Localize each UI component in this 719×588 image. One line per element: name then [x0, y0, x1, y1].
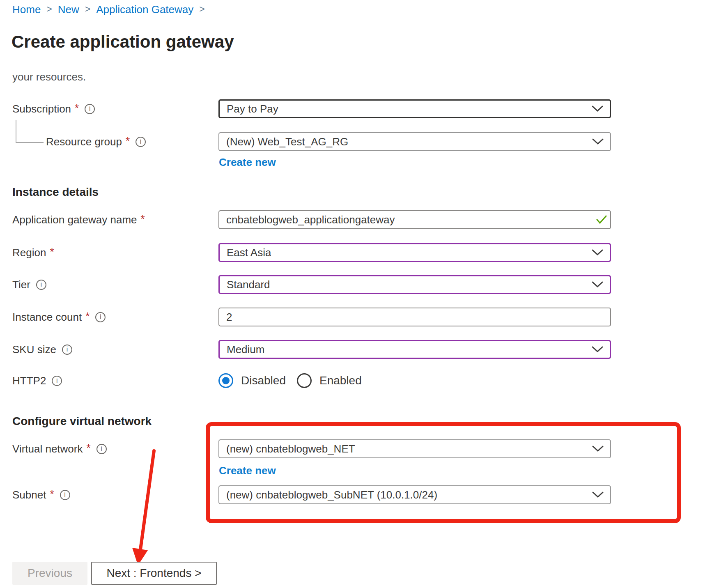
instance-details-heading: Instance details: [12, 186, 99, 199]
app-gateway-name-label-text: Application gateway name: [12, 214, 137, 226]
subnet-dropdown[interactable]: (new) cnbateblogweb_SubNET (10.0.1.0/24): [218, 485, 611, 504]
page-title: Create application gateway: [11, 32, 234, 52]
sku-size-label-text: SKU size: [12, 343, 56, 356]
info-icon[interactable]: i: [52, 376, 62, 386]
next-frontends-button[interactable]: Next : Frontends >: [91, 562, 217, 585]
tier-label-text: Tier: [12, 278, 30, 291]
resource-group-dropdown[interactable]: (New) Web_Test_AG_RG: [218, 132, 611, 151]
virtual-network-label: Virtual network * i: [12, 439, 107, 458]
breadcrumb-separator-icon: >: [46, 4, 52, 15]
info-icon[interactable]: i: [36, 280, 46, 290]
annotation-rectangle: [206, 422, 681, 523]
info-icon[interactable]: i: [62, 345, 72, 355]
required-asterisk: *: [87, 442, 91, 455]
breadcrumb-new[interactable]: New: [58, 3, 79, 16]
subscription-value: Pay to Pay: [227, 103, 278, 115]
required-asterisk: *: [126, 135, 130, 147]
subnet-label-text: Subnet: [12, 489, 46, 501]
http2-enabled-label: Enabled: [319, 374, 362, 387]
create-new-virtual-network-link[interactable]: Create new: [219, 464, 276, 477]
required-asterisk: *: [50, 246, 54, 258]
subscription-label: Subscription * i: [12, 99, 95, 118]
required-asterisk: *: [75, 102, 79, 115]
breadcrumb: Home > New > Application Gateway >: [12, 3, 205, 16]
required-asterisk: *: [85, 310, 90, 323]
http2-disabled-radio[interactable]: Disabled: [218, 373, 286, 388]
sku-size-dropdown[interactable]: Medium: [218, 340, 611, 359]
info-icon[interactable]: i: [85, 104, 95, 114]
resource-group-label: Resource group * i: [46, 132, 146, 151]
region-label: Region *: [12, 243, 54, 262]
region-value: East Asia: [227, 246, 271, 259]
resource-group-label-text: Resource group: [46, 136, 122, 148]
instance-count-label: Instance count * i: [12, 308, 106, 326]
tier-label: Tier i: [12, 275, 46, 294]
breadcrumb-separator-icon: >: [85, 4, 90, 15]
create-new-resource-group-link[interactable]: Create new: [219, 156, 276, 169]
subnet-value: (new) cnbateblogweb_SubNET (10.0.1.0/24): [226, 489, 437, 501]
chevron-down-icon: [592, 281, 603, 288]
breadcrumb-home[interactable]: Home: [12, 3, 41, 16]
subscription-label-text: Subscription: [12, 103, 71, 115]
radio-unselected-icon: [297, 373, 312, 388]
chevron-down-icon: [592, 492, 604, 498]
http2-label-text: HTTP2: [12, 374, 46, 387]
virtual-network-label-text: Virtual network: [12, 443, 83, 455]
region-label-text: Region: [12, 246, 46, 259]
resource-group-value: (New) Web_Test_AG_RG: [226, 136, 348, 148]
chevron-down-icon: [592, 249, 603, 256]
required-asterisk: *: [141, 213, 145, 225]
info-icon[interactable]: i: [60, 490, 70, 500]
tier-value: Standard: [227, 278, 270, 291]
http2-radio-group: Disabled Enabled: [218, 371, 362, 390]
intro-text: your resources.: [12, 71, 86, 83]
sku-size-value: Medium: [227, 343, 264, 356]
chevron-down-icon: [592, 106, 603, 112]
virtual-network-value: (new) cnbateblogweb_NET: [226, 443, 355, 455]
app-gateway-name-input[interactable]: [218, 210, 611, 229]
required-asterisk: *: [50, 488, 54, 501]
tier-dropdown[interactable]: Standard: [218, 275, 611, 294]
info-icon[interactable]: i: [96, 444, 107, 454]
instance-count-label-text: Instance count: [12, 311, 82, 324]
sku-size-label: SKU size i: [12, 340, 72, 359]
instance-count-input[interactable]: [218, 308, 611, 326]
previous-button[interactable]: Previous: [12, 562, 87, 585]
chevron-down-icon: [592, 346, 603, 353]
resource-group-connector: [16, 120, 16, 143]
info-icon[interactable]: i: [136, 137, 146, 147]
subscription-dropdown[interactable]: Pay to Pay: [218, 99, 611, 118]
configure-vnet-heading: Configure virtual network: [12, 415, 152, 428]
info-icon[interactable]: i: [95, 312, 106, 322]
resource-group-connector: [16, 142, 44, 143]
region-dropdown[interactable]: East Asia: [218, 243, 611, 262]
http2-enabled-radio[interactable]: Enabled: [297, 373, 362, 388]
chevron-down-icon: [592, 446, 604, 452]
virtual-network-dropdown[interactable]: (new) cnbateblogweb_NET: [218, 439, 611, 458]
radio-selected-icon: [218, 373, 233, 388]
http2-disabled-label: Disabled: [241, 374, 286, 387]
breadcrumb-application-gateway[interactable]: Application Gateway: [96, 3, 193, 16]
app-gateway-name-label: Application gateway name *: [12, 210, 145, 229]
subnet-label: Subnet * i: [12, 485, 70, 504]
http2-label: HTTP2 i: [12, 371, 62, 390]
chevron-down-icon: [592, 138, 604, 145]
annotation-arrow: [123, 447, 172, 570]
breadcrumb-separator-icon: >: [199, 4, 204, 15]
